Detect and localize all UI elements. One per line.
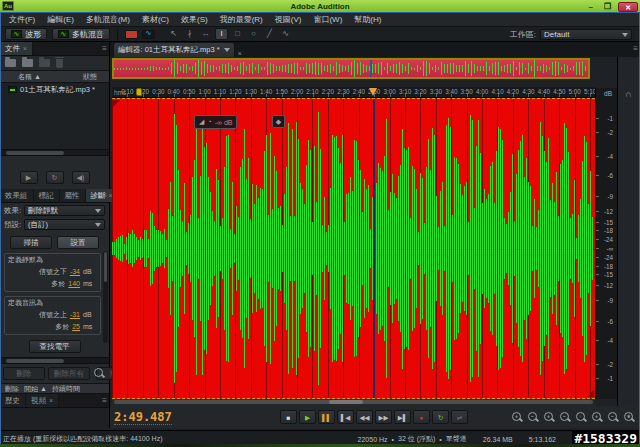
hud-pin-icon[interactable]: ◆ [272,115,285,128]
tab-editor[interactable]: 編輯器: 01土耳其私奔記.mp3 * [113,42,235,57]
close-icon[interactable]: × [49,397,53,404]
tab-視頻[interactable]: 視頻× [26,394,59,407]
skip-to-start-button[interactable]: ▌◀ [337,410,354,424]
current-time-indicator[interactable] [369,88,377,96]
audio-threshold-value[interactable]: -31 [70,311,80,318]
diagnostics-horizontal-scrollbar[interactable] [0,357,109,364]
slip-tool-icon[interactable]: ↔ [199,28,212,40]
zoom-to-selection-button[interactable]: ◦ [575,411,588,424]
tab-歷史[interactable]: 歷史 [0,394,26,407]
menu-item-3[interactable]: 素材(C) [136,13,175,26]
delete-all-button[interactable]: 刪除所有 [48,367,90,380]
close-icon[interactable]: × [23,45,27,52]
marker-icon[interactable] [136,88,142,96]
menu-item-4[interactable]: 效果(S) [175,13,214,26]
time-display[interactable]: 2:49.487 [114,410,172,425]
tab-屬性[interactable]: 屬性 [60,189,86,202]
silence-duration-value[interactable]: 140 [68,280,80,287]
zoom-in-time-button[interactable]: + [543,411,556,424]
workspace-select[interactable]: Default [540,29,632,40]
fast-forward-button[interactable]: ▶▶ [375,410,392,424]
rewind-button[interactable]: ◀◀ [356,410,373,424]
skip-selection-button[interactable]: ⇄ [451,410,468,424]
razor-tool-icon[interactable]: ∤ [183,28,196,40]
zoom-out-button[interactable]: − [527,411,540,424]
lasso-selection-tool-icon[interactable]: ○ [247,28,260,40]
menu-item-5[interactable]: 我的最愛(R) [214,13,269,26]
show-spectral-icon[interactable] [142,30,155,39]
paintbrush-tool-icon[interactable]: ╱ [263,28,276,40]
menu-item-1[interactable]: 編輯(E) [41,13,80,26]
loop-playback-button[interactable]: ↻ [432,410,449,424]
move-tool-icon[interactable]: ↖ [167,28,180,40]
open-file-icon[interactable] [5,59,16,67]
spot-healing-tool-icon[interactable]: ∿ [279,28,292,40]
tab-效果組[interactable]: 效果組 [0,189,34,202]
scan-button[interactable]: 掃描 [10,236,52,249]
list-column-0[interactable]: 刪除 [0,384,19,394]
menu-item-8[interactable]: 幫助(H) [348,13,387,26]
trash-icon[interactable] [56,59,63,68]
selection-start-handle[interactable] [113,100,120,107]
file-row[interactable]: 01土耳其私奔記.mp3 * [0,83,109,96]
delete-button[interactable]: 刪除 [3,367,45,380]
panel-menu-icon[interactable]: ≡ [102,44,107,53]
insert-to-multitrack-icon[interactable] [39,59,50,67]
close-button[interactable]: ✕ [618,2,638,12]
list-column-2[interactable]: 持續時間 [47,384,80,394]
zoom-out-time-button[interactable]: − [559,411,572,424]
menu-item-2[interactable]: 多軌混音(M) [80,13,136,26]
find-levels-button[interactable]: 查找電平 [29,340,81,353]
zoom-full-button[interactable]: ∗ [623,411,636,424]
audio-duration-value[interactable]: 25 [72,323,80,330]
zoom-out-amplitude-button[interactable]: − [607,411,620,424]
zoom-in-button[interactable]: + [511,411,524,424]
play-preview-button[interactable]: ▶ [20,171,38,184]
column-status[interactable]: 狀態 [83,72,109,82]
time-selection-tool-icon[interactable]: I [215,28,228,40]
play-button[interactable]: ▶ [299,410,316,424]
menu-item-6[interactable]: 視圖(V) [269,13,308,26]
menu-item-0[interactable]: 文件(F) [3,13,41,26]
menu-item-7[interactable]: 窗口(W) [307,13,348,26]
tab-files[interactable]: 文件 × [0,42,33,55]
skip-to-end-button[interactable]: ▶▌ [394,410,411,424]
auto-play-button[interactable]: ◀) [72,171,90,184]
stop-button[interactable]: ■ [280,410,297,424]
volume-hud[interactable]: ◢ ◔ -∞ dB [194,115,237,129]
import-file-icon[interactable] [22,59,33,67]
settings-button[interactable]: 設置 [57,236,99,249]
diagnostics-vertical-scrollbar[interactable] [103,251,108,343]
playhead-line[interactable] [373,99,375,398]
marquee-selection-tool-icon[interactable]: □ [231,28,244,40]
effect-select[interactable]: 刪除靜默 [24,205,105,216]
panel-menu-icon[interactable]: ≡ [102,191,107,200]
chevron-down-icon[interactable] [224,48,230,52]
loop-preview-button[interactable]: ↻ [46,171,64,184]
gain-knob-icon[interactable]: ◔ [207,116,211,128]
panel-menu-icon[interactable]: ≡ [633,44,638,53]
record-button[interactable]: ● [413,410,430,424]
close-icon[interactable]: × [238,50,242,57]
column-name[interactable]: 名稱 ▲ [0,72,83,82]
minimize-button[interactable]: – [585,2,597,12]
zoom-in-amplitude-button[interactable]: + [591,411,604,424]
show-waveform-icon[interactable] [125,30,138,39]
tab-標記[interactable]: 標記 [34,189,60,202]
preset-select[interactable]: (自訂) [24,219,105,230]
timeline-ruler[interactable]: hms 0:100:200:300:400:501:001:101:201:30… [112,87,595,98]
list-column-1[interactable]: 開始 ▲ [19,384,47,394]
headphone-monitor-icon[interactable]: ∩ [625,89,631,99]
waveform-display[interactable]: ◢ ◔ -∞ dB ◆ [112,98,595,399]
hud-gain-value[interactable]: -∞ dB [215,119,233,126]
silence-threshold-value[interactable]: -34 [70,268,80,275]
panel-menu-icon[interactable]: ≡ [102,396,107,405]
editor-horizontal-scrollbar[interactable] [112,399,595,406]
waveform-view-button[interactable]: 波形 [5,28,47,40]
files-horizontal-scrollbar[interactable] [0,149,109,156]
maximize-button[interactable]: ❐ [600,2,615,12]
multitrack-view-button[interactable]: 多軌混音 [52,28,110,40]
waveform-overview[interactable] [112,58,590,79]
amplitude-scale[interactable]: dB -1-2-4-6-9-12-15-18-24-∞-24-18-15-12-… [595,88,617,399]
pause-button[interactable]: ▌▌ [318,410,335,424]
